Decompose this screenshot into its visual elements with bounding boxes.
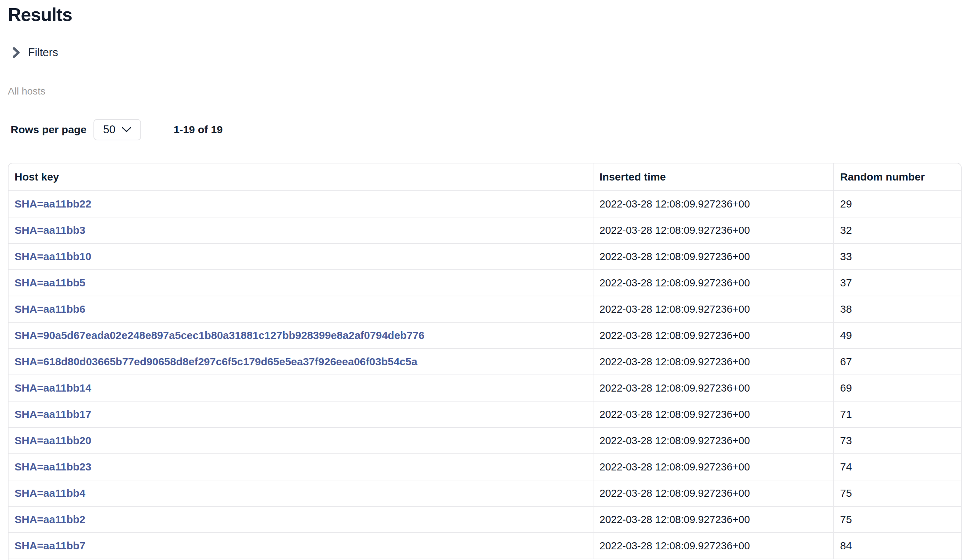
inserted-time-cell: 2022-03-28 12:08:09.927236+00 xyxy=(593,428,834,454)
host-key-cell: SHA=aa11bb17 xyxy=(8,401,593,428)
host-key-link[interactable]: SHA=aa11bb4 xyxy=(15,487,85,499)
host-key-cell: SHA=90a5d67eada02e248e897a5cec1b80a31881… xyxy=(8,323,593,349)
random-number-cell: 73 xyxy=(834,428,961,454)
random-number-cell: 75 xyxy=(834,480,961,507)
random-number-cell: 75 xyxy=(834,507,961,533)
host-key-link[interactable]: SHA=aa11bb22 xyxy=(15,198,91,210)
column-header-inserted-time: Inserted time xyxy=(593,164,834,191)
rows-per-page-value: 50 xyxy=(103,123,115,136)
host-key-link[interactable]: SHA=618d80d03665b77ed90658d8ef297c6f5c17… xyxy=(15,356,417,368)
chevron-down-icon xyxy=(121,126,132,133)
inserted-time-cell: 2022-03-28 12:08:09.927236+00 xyxy=(593,454,834,480)
host-key-link[interactable]: SHA=aa11bb20 xyxy=(15,434,91,447)
inserted-time-cell: 2022-03-28 12:08:09.927236+00 xyxy=(593,507,834,533)
inserted-time-cell: 2022-03-28 12:08:09.927236+00 xyxy=(593,401,834,428)
inserted-time-cell: 2022-03-28 12:08:09.927236+00 xyxy=(593,480,834,507)
inserted-time-cell: 2022-03-28 12:08:09.927236+00 xyxy=(593,270,834,297)
random-number-cell: 32 xyxy=(834,217,961,244)
random-number-cell: 67 xyxy=(834,349,961,375)
inserted-time-cell: 2022-03-28 12:08:09.927236+00 xyxy=(593,533,834,559)
filters-expander[interactable]: Filters xyxy=(12,46,58,59)
chevron-right-icon xyxy=(12,47,20,58)
host-key-cell: SHA=aa11bb10 xyxy=(8,244,593,270)
host-key-link[interactable]: SHA=aa11bb17 xyxy=(15,408,91,420)
table-row: SHA=aa11bb4 2022-03-28 12:08:09.927236+0… xyxy=(8,480,961,507)
host-key-link[interactable]: SHA=aa11bb6 xyxy=(15,303,85,315)
inserted-time-cell: 2022-03-28 12:08:09.927236+00 xyxy=(593,323,834,349)
table-header-row: Host key Inserted time Random number xyxy=(8,164,961,191)
host-key-cell: SHA=aa11bb22 xyxy=(8,191,593,217)
results-page: Results Filters All hosts Rows per page … xyxy=(0,5,968,560)
host-key-cell: SHA=aa11bb7 xyxy=(8,533,593,559)
host-key-cell: SHA=aa11bb4 xyxy=(8,480,593,507)
table-row: SHA=aa11bb3 2022-03-28 12:08:09.927236+0… xyxy=(8,217,961,244)
host-key-cell: SHA=aa11bb5 xyxy=(8,270,593,297)
host-key-link[interactable]: SHA=90a5d67eada02e248e897a5cec1b80a31881… xyxy=(15,330,424,341)
random-number-cell: 84 xyxy=(834,533,961,559)
random-number-cell: 38 xyxy=(834,297,961,323)
host-key-link[interactable]: SHA=aa11bb23 xyxy=(15,461,91,473)
table-row: SHA=aa11bb6 2022-03-28 12:08:09.927236+0… xyxy=(8,297,961,323)
random-number-cell: 74 xyxy=(834,454,961,480)
inserted-time-cell: 2022-03-28 12:08:09.927236+00 xyxy=(593,191,834,217)
table-body: SHA=aa11bb22 2022-03-28 12:08:09.927236+… xyxy=(8,191,961,559)
host-key-cell: SHA=aa11bb3 xyxy=(8,217,593,244)
inserted-time-cell: 2022-03-28 12:08:09.927236+00 xyxy=(593,217,834,244)
rows-per-page-label: Rows per page xyxy=(11,124,86,136)
table-row: SHA=aa11bb7 2022-03-28 12:08:09.927236+0… xyxy=(8,533,961,559)
random-number-cell: 71 xyxy=(834,401,961,428)
table-row: SHA=aa11bb10 2022-03-28 12:08:09.927236+… xyxy=(8,244,961,270)
column-header-random-number: Random number xyxy=(834,164,961,191)
results-table: Host key Inserted time Random number SHA… xyxy=(8,163,961,560)
inserted-time-cell: 2022-03-28 12:08:09.927236+00 xyxy=(593,375,834,401)
inserted-time-cell: 2022-03-28 12:08:09.927236+00 xyxy=(593,297,834,323)
filters-label: Filters xyxy=(28,46,58,59)
table-row: SHA=aa11bb20 2022-03-28 12:08:09.927236+… xyxy=(8,428,961,454)
random-number-cell: 49 xyxy=(834,323,961,349)
random-number-cell: 33 xyxy=(834,244,961,270)
table-row: SHA=aa11bb22 2022-03-28 12:08:09.927236+… xyxy=(8,191,961,217)
random-number-cell: 37 xyxy=(834,270,961,297)
pagination-range-text: 1-19 of 19 xyxy=(173,124,222,136)
host-key-cell: SHA=aa11bb14 xyxy=(8,375,593,401)
host-key-cell: SHA=aa11bb20 xyxy=(8,428,593,454)
table-row: SHA=aa11bb2 2022-03-28 12:08:09.927236+0… xyxy=(8,507,961,533)
host-key-link[interactable]: SHA=aa11bb10 xyxy=(15,250,91,263)
random-number-cell: 69 xyxy=(834,375,961,401)
table-row: SHA=aa11bb5 2022-03-28 12:08:09.927236+0… xyxy=(8,270,961,297)
host-key-cell: SHA=618d80d03665b77ed90658d8ef297c6f5c17… xyxy=(8,349,593,375)
host-key-link[interactable]: SHA=aa11bb3 xyxy=(15,224,85,236)
host-key-cell: SHA=aa11bb23 xyxy=(8,454,593,480)
column-header-host-key: Host key xyxy=(8,164,593,191)
host-key-link[interactable]: SHA=aa11bb5 xyxy=(15,277,85,289)
host-key-cell: SHA=aa11bb6 xyxy=(8,297,593,323)
table-row: SHA=aa11bb23 2022-03-28 12:08:09.927236+… xyxy=(8,454,961,480)
inserted-time-cell: 2022-03-28 12:08:09.927236+00 xyxy=(593,349,834,375)
table-row: SHA=618d80d03665b77ed90658d8ef297c6f5c17… xyxy=(8,349,961,375)
rows-per-page-select[interactable]: 50 xyxy=(93,119,141,140)
table-row: SHA=90a5d67eada02e248e897a5cec1b80a31881… xyxy=(8,323,961,349)
random-number-cell: 29 xyxy=(834,191,961,217)
host-key-cell: SHA=aa11bb2 xyxy=(8,507,593,533)
page-title: Results xyxy=(8,5,962,24)
host-scope-label: All hosts xyxy=(8,86,962,97)
pagination-controls: Rows per page 50 1-19 of 19 xyxy=(8,119,962,140)
inserted-time-cell: 2022-03-28 12:08:09.927236+00 xyxy=(593,244,834,270)
table-row: SHA=aa11bb14 2022-03-28 12:08:09.927236+… xyxy=(8,375,961,401)
table-row: SHA=aa11bb17 2022-03-28 12:08:09.927236+… xyxy=(8,401,961,428)
host-key-link[interactable]: SHA=aa11bb2 xyxy=(15,514,85,525)
host-key-link[interactable]: SHA=aa11bb7 xyxy=(15,540,85,552)
host-key-link[interactable]: SHA=aa11bb14 xyxy=(15,382,91,394)
